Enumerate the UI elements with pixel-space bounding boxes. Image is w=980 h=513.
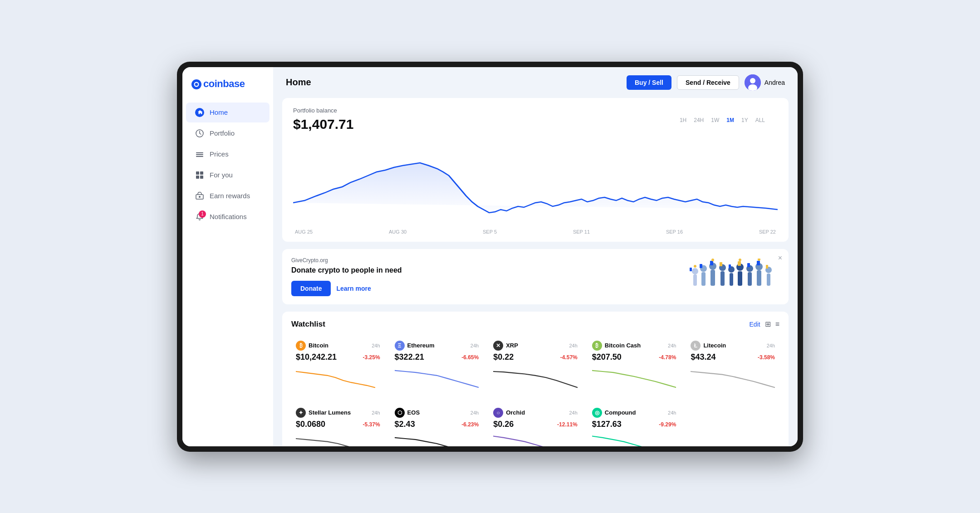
- learn-more-button[interactable]: Learn more: [336, 285, 371, 292]
- asset-icon-bitcoin: ₿: [296, 341, 306, 351]
- asset-card-xrp[interactable]: ✕ XRP 24h $0.22 -4.57%: [489, 336, 582, 398]
- svg-point-15: [692, 268, 698, 274]
- asset-icon-bitcoin-cash: ₿: [592, 341, 602, 351]
- home-label: Home: [210, 108, 228, 116]
- user-name: Andrea: [764, 79, 785, 86]
- asset-icon-compound: ◎: [592, 408, 602, 418]
- price-row-bitcoin: $10,242.21 -3.25%: [296, 352, 380, 363]
- page-header: Home Buy / Sell Send / Receive Andrea: [273, 67, 798, 98]
- header-actions: Buy / Sell Send / Receive Andrea: [627, 74, 785, 91]
- asset-header: ◎ Compound 24h: [592, 408, 676, 418]
- main-content: Home Buy / Sell Send / Receive Andrea: [273, 67, 798, 446]
- portfolio-svg: [196, 129, 204, 137]
- price-row-ethereum: $322.21 -6.65%: [395, 352, 479, 363]
- chart-date-sep5: SEP 5: [483, 229, 497, 235]
- asset-name-wrap: ₿ Bitcoin: [296, 341, 328, 351]
- asset-card-compound[interactable]: ◎ Compound 24h $127.63 -9.29%: [588, 403, 681, 446]
- svg-rect-40: [766, 265, 768, 269]
- svg-rect-16: [690, 268, 692, 271]
- asset-change-stellar-lumens: -5.37%: [363, 421, 380, 428]
- svg-rect-38: [767, 274, 770, 286]
- asset-icon-eos: ⬡: [395, 408, 405, 418]
- asset-name-eos: EOS: [407, 409, 420, 416]
- prices-svg: [196, 150, 204, 158]
- asset-price-stellar-lumens: $0.0680: [296, 420, 325, 429]
- asset-change-eos: -6.23%: [461, 421, 479, 428]
- asset-card-bitcoin[interactable]: ₿ Bitcoin 24h $10,242.21 -3.25%: [291, 336, 385, 398]
- asset-card-litecoin[interactable]: Ł Litecoin 24h $43.24 -3.58%: [686, 336, 779, 398]
- earn-rewards-icon: [195, 191, 204, 200]
- tf-1y[interactable]: 1Y: [740, 116, 750, 124]
- chart-date-aug25: AUG 25: [295, 229, 313, 235]
- asset-name-wrap: ✕ XRP: [493, 341, 518, 351]
- mini-chart-eos: [395, 434, 479, 446]
- asset-price-compound: $127.63: [592, 420, 622, 429]
- donate-actions: Donate Learn more: [291, 281, 689, 296]
- buy-sell-button[interactable]: Buy / Sell: [627, 75, 671, 90]
- sidebar-item-prices[interactable]: Prices: [186, 144, 270, 164]
- home-svg: [197, 110, 202, 115]
- asset-period-stellar-lumens: 24h: [372, 410, 380, 415]
- tablet-inner: coinbase Home: [182, 67, 798, 446]
- sidebar-item-notifications[interactable]: 1 Notifications: [186, 207, 270, 227]
- donate-content: GiveCrypto.org Donate crypto to people i…: [291, 257, 689, 296]
- donate-title: Donate crypto to people in need: [291, 266, 689, 274]
- list-view-icon[interactable]: ≡: [775, 320, 779, 328]
- asset-icon-stellar-lumens: ✦: [296, 408, 306, 418]
- tablet-frame: coinbase Home: [177, 62, 803, 452]
- svg-rect-5: [196, 171, 199, 175]
- asset-card-ethereum[interactable]: Ξ Ethereum 24h $322.21 -6.65%: [390, 336, 484, 398]
- asset-card-stellar-lumens[interactable]: ✦ Stellar Lumens 24h $0.0680 -5.37%: [291, 403, 385, 446]
- asset-change-orchid: -12.11%: [557, 421, 578, 428]
- mini-chart-bitcoin: [296, 366, 380, 391]
- avatar-svg: [745, 74, 761, 91]
- svg-rect-37: [757, 261, 760, 265]
- svg-rect-31: [738, 261, 741, 266]
- svg-rect-23: [720, 271, 725, 286]
- donate-button[interactable]: Donate: [291, 281, 331, 296]
- sidebar-item-earn-rewards[interactable]: Earn rewards: [186, 186, 270, 206]
- close-banner-button[interactable]: ×: [778, 254, 782, 262]
- mini-chart-ethereum: [395, 366, 479, 391]
- portfolio-chart: [293, 139, 778, 225]
- tf-1m[interactable]: 1M: [725, 116, 736, 124]
- svg-rect-35: [757, 270, 761, 286]
- asset-name-wrap: ⬡ EOS: [395, 408, 420, 418]
- tf-1w[interactable]: 1W: [709, 116, 721, 124]
- send-receive-button[interactable]: Send / Receive: [677, 75, 739, 90]
- asset-price-bitcoin-cash: $207.50: [592, 352, 622, 362]
- asset-card-orchid[interactable]: ○ Orchid 24h $0.26 -12.11%: [489, 403, 582, 446]
- asset-card-eos[interactable]: ⬡ EOS 24h $2.43 -6.23%: [390, 403, 484, 446]
- user-info[interactable]: Andrea: [745, 74, 785, 91]
- home-icon: [195, 108, 204, 117]
- sidebar-item-home[interactable]: Home: [186, 103, 270, 122]
- tf-1h[interactable]: 1H: [678, 116, 688, 124]
- svg-rect-32: [748, 272, 752, 286]
- svg-point-44: [758, 259, 760, 261]
- asset-name-bitcoin-cash: Bitcoin Cash: [605, 342, 641, 349]
- asset-price-litecoin: $43.24: [691, 352, 715, 362]
- asset-change-xrp: -4.57%: [560, 354, 578, 361]
- portfolio-chart-svg: [293, 139, 778, 225]
- grid-view-icon[interactable]: ⊞: [765, 320, 771, 328]
- for-you-label: For you: [210, 171, 233, 179]
- asset-change-litecoin: -3.58%: [758, 354, 775, 361]
- sidebar-item-for-you[interactable]: For you: [186, 165, 270, 185]
- tf-all[interactable]: ALL: [754, 116, 767, 124]
- asset-name-wrap: ✦ Stellar Lumens: [296, 408, 351, 418]
- asset-name-xrp: XRP: [506, 342, 518, 349]
- mini-chart-orchid: [493, 434, 578, 446]
- asset-change-bitcoin-cash: -4.78%: [659, 354, 676, 361]
- sidebar-item-portfolio[interactable]: Portfolio: [186, 123, 270, 143]
- asset-period-bitcoin-cash: 24h: [668, 343, 676, 348]
- mini-chart-stellar-lumens: [296, 434, 380, 446]
- chart-date-aug30: AUG 30: [389, 229, 407, 235]
- asset-name-wrap: ₿ Bitcoin Cash: [592, 341, 641, 351]
- asset-card-bitcoin-cash[interactable]: ₿ Bitcoin Cash 24h $207.50 -4.78%: [588, 336, 681, 398]
- notifications-icon-wrap: 1: [195, 212, 204, 221]
- tf-24h[interactable]: 24H: [692, 116, 706, 124]
- watchlist-controls: Edit ⊞ ≡: [750, 320, 779, 328]
- watchlist-header: Watchlist Edit ⊞ ≡: [291, 320, 779, 329]
- earn-rewards-svg: [196, 192, 204, 200]
- watchlist-edit[interactable]: Edit: [750, 321, 760, 328]
